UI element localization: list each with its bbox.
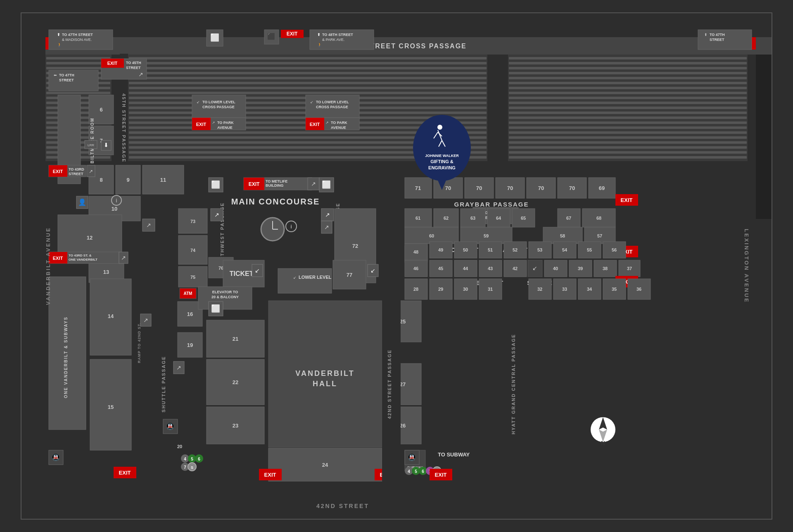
svg-text:STREET: STREET bbox=[59, 78, 74, 82]
svg-text:👤: 👤 bbox=[78, 198, 86, 206]
svg-text:EXIT: EXIT bbox=[119, 470, 131, 476]
svg-text:↙: ↙ bbox=[532, 265, 537, 271]
svg-text:20: 20 bbox=[177, 444, 182, 449]
svg-rect-26 bbox=[129, 67, 487, 69]
svg-text:MAIN CONCOURSE: MAIN CONCOURSE bbox=[231, 197, 320, 206]
svg-text:↙: ↙ bbox=[197, 100, 200, 104]
svg-rect-65 bbox=[509, 151, 747, 154]
svg-text:52: 52 bbox=[513, 247, 518, 252]
lexington-avenue-label-overlay: LEXINGTON AVENUE bbox=[744, 229, 750, 303]
svg-text:71: 71 bbox=[415, 185, 421, 191]
svg-rect-252 bbox=[278, 268, 332, 293]
svg-text:15: 15 bbox=[108, 404, 114, 410]
svg-text:8: 8 bbox=[100, 177, 102, 183]
svg-text:64: 64 bbox=[496, 216, 501, 221]
svg-text:↗: ↗ bbox=[143, 317, 148, 323]
svg-text:48: 48 bbox=[413, 249, 418, 254]
svg-rect-51 bbox=[509, 82, 747, 84]
svg-text:EXIT: EXIT bbox=[107, 61, 118, 66]
svg-rect-61 bbox=[509, 131, 747, 134]
svg-text:HALL: HALL bbox=[313, 380, 337, 388]
svg-text:70: 70 bbox=[538, 185, 544, 191]
svg-text:BUILDING: BUILDING bbox=[266, 183, 284, 188]
svg-text:EXIT: EXIT bbox=[287, 31, 298, 37]
svg-text:SHUTTLE PASSAGE: SHUTTLE PASSAGE bbox=[161, 356, 166, 413]
svg-text:EXIT: EXIT bbox=[249, 181, 260, 187]
svg-text:65: 65 bbox=[521, 216, 526, 221]
svg-rect-66 bbox=[509, 156, 747, 159]
svg-text:76: 76 bbox=[218, 266, 223, 271]
svg-text:↙: ↙ bbox=[293, 276, 297, 280]
svg-text:↙: ↙ bbox=[310, 100, 313, 104]
svg-text:6: 6 bbox=[198, 457, 200, 461]
svg-text:30: 30 bbox=[463, 287, 468, 292]
svg-text:CROSS PASSAGE: CROSS PASSAGE bbox=[316, 105, 348, 109]
svg-rect-50 bbox=[509, 77, 747, 79]
svg-text:⬜: ⬜ bbox=[211, 304, 221, 313]
svg-text:EXIT: EXIT bbox=[53, 256, 63, 261]
svg-rect-49 bbox=[509, 72, 747, 74]
svg-text:EXIT: EXIT bbox=[53, 169, 63, 174]
svg-text:12: 12 bbox=[87, 235, 93, 241]
svg-rect-62 bbox=[509, 136, 747, 139]
svg-text:37: 37 bbox=[627, 266, 632, 271]
svg-text:53: 53 bbox=[537, 247, 542, 252]
svg-rect-25 bbox=[129, 62, 487, 64]
svg-rect-60 bbox=[509, 126, 747, 129]
svg-text:⬇: ⬇ bbox=[104, 142, 109, 148]
svg-text:43: 43 bbox=[488, 266, 493, 271]
svg-text:CROSS PASSAGE: CROSS PASSAGE bbox=[202, 105, 235, 109]
svg-text:69: 69 bbox=[599, 185, 605, 191]
svg-text:& PARK AVE.: & PARK AVE. bbox=[322, 38, 344, 42]
svg-text:6: 6 bbox=[422, 469, 424, 474]
svg-text:↗: ↗ bbox=[176, 364, 181, 371]
svg-text:LRR: LRR bbox=[88, 143, 94, 147]
svg-text:70: 70 bbox=[445, 185, 451, 191]
svg-text:5: 5 bbox=[415, 469, 417, 474]
svg-text:39: 39 bbox=[578, 266, 583, 271]
svg-text:67: 67 bbox=[566, 216, 571, 221]
svg-text:58: 58 bbox=[560, 233, 565, 238]
svg-text:68: 68 bbox=[596, 216, 601, 221]
svg-text:N: N bbox=[601, 440, 605, 446]
svg-text:ONE VANDERBILT & SUBWAYS: ONE VANDERBILT & SUBWAYS bbox=[64, 316, 68, 398]
svg-text:16: 16 bbox=[187, 311, 193, 317]
svg-text:TO 43RD ST. &: TO 43RD ST. & bbox=[69, 254, 92, 257]
svg-text:7: 7 bbox=[184, 465, 186, 470]
svg-text:40: 40 bbox=[553, 266, 558, 271]
svg-text:54: 54 bbox=[562, 247, 567, 252]
svg-text:14: 14 bbox=[108, 313, 114, 319]
svg-text:↙: ↙ bbox=[370, 267, 375, 274]
svg-rect-59 bbox=[509, 121, 747, 124]
svg-text:57: 57 bbox=[597, 233, 602, 238]
svg-text:45: 45 bbox=[438, 266, 443, 271]
svg-text:i: i bbox=[116, 198, 117, 204]
svg-text:ONE VANDERBILT: ONE VANDERBILT bbox=[69, 258, 97, 261]
svg-text:↗: ↗ bbox=[121, 254, 126, 261]
svg-text:70: 70 bbox=[476, 185, 482, 191]
svg-text:TO PARK: TO PARK bbox=[217, 121, 234, 125]
svg-rect-58 bbox=[509, 116, 747, 119]
svg-text:ELEVATOR TO: ELEVATOR TO bbox=[212, 290, 238, 294]
svg-text:19: 19 bbox=[187, 342, 193, 348]
svg-text:TO 47TH STREET: TO 47TH STREET bbox=[62, 33, 93, 37]
svg-rect-53 bbox=[509, 92, 747, 94]
svg-rect-64 bbox=[509, 146, 747, 149]
svg-text:STREET: STREET bbox=[126, 66, 141, 70]
svg-rect-2 bbox=[46, 57, 110, 59]
svg-text:32: 32 bbox=[537, 287, 542, 292]
svg-text:73: 73 bbox=[190, 219, 195, 224]
svg-text:44: 44 bbox=[463, 266, 468, 271]
svg-text:ATM: ATM bbox=[184, 291, 192, 296]
svg-text:S: S bbox=[191, 466, 193, 470]
svg-rect-3 bbox=[46, 62, 110, 64]
svg-text:🚇: 🚇 bbox=[166, 423, 174, 430]
svg-rect-55 bbox=[509, 102, 747, 104]
svg-text:70: 70 bbox=[569, 185, 575, 191]
svg-text:31: 31 bbox=[488, 287, 493, 292]
vanderbilt-avenue-label-overlay: VANDERBILT AVENUE bbox=[45, 227, 51, 305]
svg-text:56: 56 bbox=[612, 247, 617, 252]
svg-text:TO 48TH STREET: TO 48TH STREET bbox=[322, 33, 353, 37]
svg-text:36: 36 bbox=[636, 287, 641, 292]
svg-text:11: 11 bbox=[160, 177, 166, 183]
